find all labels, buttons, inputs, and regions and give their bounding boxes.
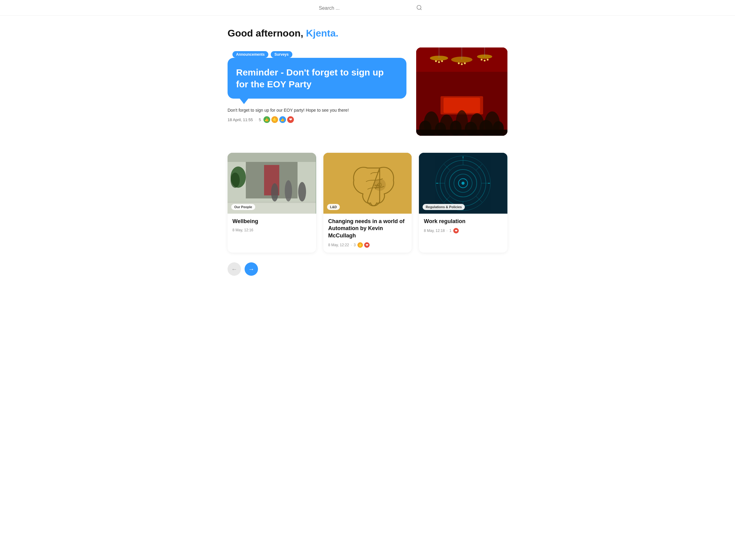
pagination: ← → — [228, 262, 507, 276]
svg-point-13 — [481, 59, 482, 61]
reaction-3: 👍 — [279, 116, 286, 123]
card-title-work-regulation: Work regulation — [424, 218, 502, 225]
svg-rect-32 — [416, 130, 507, 136]
card-reaction-2-automation: ❤ — [364, 242, 369, 248]
svg-point-0 — [417, 5, 421, 9]
tag-announcements[interactable]: Announcements — [233, 51, 268, 58]
card-body-automation: Changing needs in a world of Automation … — [324, 214, 412, 253]
hero-card: Announcements Surveys Reminder - Don't f… — [228, 47, 507, 136]
svg-point-40 — [285, 180, 292, 201]
hero-image-container — [416, 47, 507, 136]
card-image-automation: ⚙ ≠ L&D — [324, 153, 412, 214]
reaction-1: 👍 — [264, 116, 270, 123]
main-content: Good afternoon, Kjenta. Announcements Su… — [222, 16, 513, 294]
card-body-wellbeing: Wellbeing 8 May, 12:16 — [228, 214, 316, 237]
hero-summary: Don't forget to sign up for our EOY part… — [228, 108, 406, 113]
hero-image — [416, 47, 507, 136]
svg-point-14 — [484, 60, 485, 61]
greeting-name: Kjenta. — [306, 28, 339, 39]
svg-point-15 — [487, 59, 488, 61]
svg-point-12 — [441, 60, 443, 62]
card-wellbeing[interactable]: Our People Wellbeing 8 May, 12:16 — [228, 153, 316, 253]
card-reaction-dots-automation: ⭐ ❤ — [358, 242, 369, 248]
card-reaction-1-automation: ⭐ — [358, 242, 363, 248]
card-work-regulation[interactable]: Regulations & Policies Work regulation 8… — [419, 153, 507, 253]
svg-point-10 — [435, 60, 437, 62]
card-meta-wellbeing: 8 May, 12:16 — [233, 228, 311, 232]
card-image-work-regulation: Regulations & Policies — [419, 153, 507, 214]
svg-point-16 — [458, 62, 460, 64]
greeting-prefix: Good afternoon, — [228, 28, 306, 39]
search-bar — [0, 0, 735, 16]
svg-point-55 — [461, 182, 464, 185]
card-image-wellbeing: Our People — [228, 153, 316, 214]
svg-point-41 — [298, 182, 306, 201]
card-title-wellbeing: Wellbeing — [233, 218, 311, 225]
card-reaction-dots-work-regulation: ❤ — [453, 228, 459, 233]
card-meta-work-regulation: 8 May, 12:18 · 1 ❤ — [424, 228, 502, 233]
reaction-2: ⭐ — [271, 116, 278, 123]
hero-date: 18 April, 11:55 — [228, 117, 253, 122]
card-date-automation: 8 May, 12:22 — [328, 243, 349, 247]
card-section: Our People Wellbeing 8 May, 12:16 — [228, 153, 507, 276]
svg-point-39 — [271, 183, 278, 201]
svg-point-11 — [438, 61, 440, 63]
hero-bubble[interactable]: Reminder - Don't forget to sign up for t… — [228, 58, 406, 99]
greeting: Good afternoon, Kjenta. — [228, 28, 507, 39]
card-reactions-count-automation: 3 — [354, 243, 356, 247]
hero-left: Announcements Surveys Reminder - Don't f… — [228, 47, 406, 123]
card-meta-automation: 8 May, 12:22 · 3 ⭐ ❤ — [328, 242, 407, 248]
svg-point-18 — [464, 62, 466, 64]
prev-button[interactable]: ← — [228, 262, 241, 276]
card-title-automation: Changing needs in a world of Automation … — [328, 218, 407, 239]
next-button[interactable]: → — [245, 262, 258, 276]
card-body-work-regulation: Work regulation 8 May, 12:18 · 1 ❤ — [419, 214, 507, 238]
hero-reaction-dots: 👍 ⭐ 👍 ❤ — [264, 116, 294, 123]
svg-point-17 — [461, 63, 463, 65]
svg-text:≠: ≠ — [374, 182, 379, 191]
hero-meta: 18 April, 11:55 · 5 👍 ⭐ 👍 ❤ — [228, 116, 406, 123]
card-automation[interactable]: ⚙ ≠ L&D Changing needs in a world of Aut… — [324, 153, 412, 253]
svg-rect-43 — [228, 201, 316, 203]
card-date-wellbeing: 8 May, 12:16 — [233, 228, 253, 232]
card-reactions-count-work-regulation: 1 — [449, 229, 451, 233]
card-tag-work-regulation: Regulations & Policies — [422, 204, 465, 210]
reaction-4: ❤ — [287, 116, 294, 123]
hero-image-placeholder — [416, 47, 507, 136]
card-reaction-1-work-regulation: ❤ — [453, 228, 459, 233]
hero-reactions-count: 5 — [259, 117, 261, 122]
svg-point-37 — [231, 173, 240, 188]
svg-line-1 — [420, 9, 422, 10]
svg-rect-34 — [228, 153, 316, 162]
card-date-work-regulation: 8 May, 12:18 — [424, 229, 444, 233]
card-tag-wellbeing: Our People — [231, 204, 255, 210]
card-grid: Our People Wellbeing 8 May, 12:16 — [228, 153, 507, 253]
card-tag-automation: L&D — [327, 204, 340, 210]
search-input[interactable] — [319, 5, 416, 11]
hero-title: Reminder - Don't forget to sign up for t… — [236, 66, 397, 90]
tag-surveys[interactable]: Surveys — [271, 51, 292, 58]
search-icon[interactable] — [416, 5, 422, 12]
